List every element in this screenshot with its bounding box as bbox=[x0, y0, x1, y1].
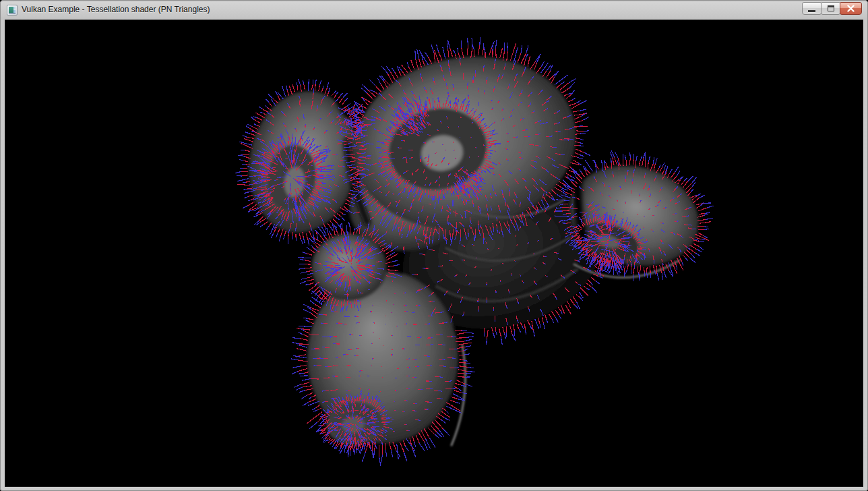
minimize-icon bbox=[808, 10, 815, 12]
title-bar[interactable]: Vulkan Example - Tessellation shader (PN… bbox=[0, 0, 868, 20]
app-icon-pane bbox=[9, 7, 13, 13]
app-window: Vulkan Example - Tessellation shader (PN… bbox=[0, 0, 868, 491]
render-viewport[interactable] bbox=[5, 20, 863, 486]
app-icon bbox=[7, 5, 18, 16]
tessellation-render bbox=[5, 20, 863, 486]
minimize-button[interactable] bbox=[802, 2, 822, 15]
window-title: Vulkan Example - Tessellation shader (PN… bbox=[22, 0, 210, 20]
app-icon-pane bbox=[9, 13, 16, 13]
close-button[interactable] bbox=[840, 2, 862, 15]
window-controls bbox=[802, 2, 862, 15]
maximize-icon bbox=[828, 5, 834, 11]
maximize-button[interactable] bbox=[821, 2, 840, 15]
close-icon bbox=[847, 5, 855, 12]
app-icon-pane bbox=[13, 7, 16, 9]
